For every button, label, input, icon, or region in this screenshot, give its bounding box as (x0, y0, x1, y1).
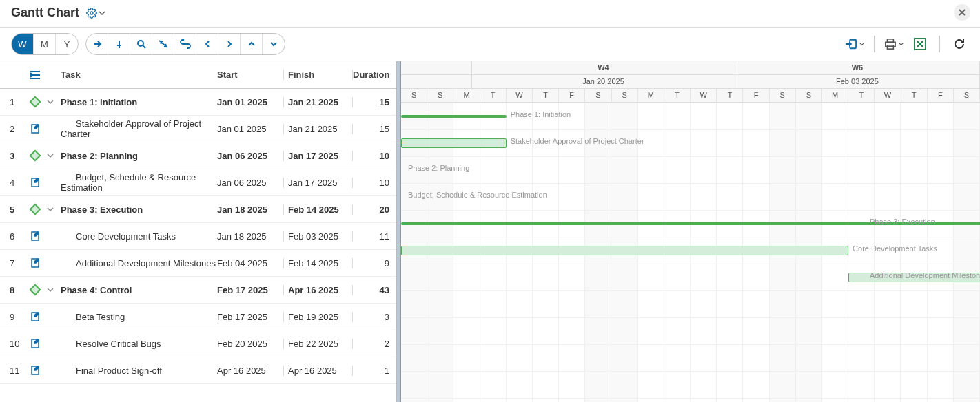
task-row[interactable]: 11Final Product Sign-offApr 16 2025Apr 1… (0, 357, 396, 384)
search-icon (136, 39, 146, 49)
task-finish: Feb 03 2025 (283, 231, 352, 242)
indent-menu-button[interactable] (28, 70, 43, 81)
settings-button[interactable] (86, 8, 105, 19)
gantt-row: Core Development Tasks (401, 237, 980, 264)
svg-point-1 (138, 41, 143, 46)
prev-button[interactable] (196, 34, 218, 54)
day-header: T (533, 89, 559, 102)
close-button[interactable] (954, 4, 970, 21)
collapse-toggle[interactable] (43, 206, 58, 213)
unlink-icon (158, 39, 169, 49)
next-button[interactable] (218, 34, 241, 54)
view-month-button[interactable]: M (34, 34, 56, 54)
task-row[interactable]: 5Phase 3: ExecutionJan 18 2025Feb 14 202… (0, 196, 396, 223)
expand-button[interactable] (263, 34, 285, 54)
page-header: Gantt Chart (0, 0, 980, 28)
task-duration: 2 (352, 339, 396, 349)
gantt-task-bar[interactable] (401, 138, 507, 148)
main-area: Task Start Finish Duration 1Phase 1: Ini… (0, 61, 980, 402)
import-button[interactable] (845, 34, 864, 54)
diamond-icon (30, 204, 41, 215)
task-row[interactable]: 8Phase 4: ControlFeb 17 2025Apr 16 20254… (0, 277, 396, 304)
task-row[interactable]: 3Phase 2: PlanningJan 06 2025Jan 17 2025… (0, 142, 396, 169)
day-header: S (427, 89, 453, 102)
go-to-button[interactable] (86, 34, 108, 54)
close-icon (958, 8, 966, 17)
unlink-button[interactable] (152, 34, 174, 54)
chevron-down-icon (99, 10, 105, 17)
gantt-summary-bar[interactable] (401, 115, 507, 118)
gantt-row: Phase 1: Initiation (401, 103, 980, 130)
col-header-duration[interactable]: Duration (352, 70, 396, 80)
task-finish: Apr 16 2025 (283, 285, 352, 295)
chevron-left-icon (204, 41, 211, 47)
view-week-button[interactable]: W (12, 34, 34, 54)
gantt-row (401, 345, 980, 372)
task-row[interactable]: 6Core Development TasksJan 18 2025Feb 03… (0, 223, 396, 250)
task-start: Jan 18 2025 (217, 204, 283, 215)
task-name: Phase 2: Planning (58, 151, 217, 161)
gantt-pane: W4W6 Jan 20 2025Feb 03 2025 SSMTWTFSSMTW… (401, 61, 980, 402)
day-header: M (822, 89, 848, 102)
import-icon (845, 38, 857, 50)
task-row[interactable]: 10Resolve Critical BugsFeb 20 2025Feb 22… (0, 330, 396, 357)
task-start: Feb 20 2025 (217, 339, 283, 349)
collapse-toggle[interactable] (43, 152, 58, 159)
view-year-button[interactable]: Y (56, 34, 78, 54)
chevron-up-icon (248, 41, 255, 47)
day-header: S (585, 89, 611, 102)
gantt-bar-label: Phase 2: Planning (408, 164, 469, 172)
link-button[interactable] (174, 34, 196, 54)
task-row[interactable]: 2Stakeholder Approval of Project Charter… (0, 116, 396, 142)
task-start: Jan 18 2025 (217, 231, 283, 242)
task-name: Phase 3: Execution (58, 204, 217, 215)
task-finish: Feb 14 2025 (283, 204, 352, 215)
excel-button[interactable] (910, 34, 930, 54)
today-button[interactable] (108, 34, 130, 54)
task-row[interactable]: 9Beta TestingFeb 17 2025Feb 19 20253 (0, 304, 396, 330)
gantt-bar-label: Additional Development Milestones (870, 271, 980, 279)
task-duration: 10 (352, 178, 396, 188)
collapse-button[interactable] (241, 34, 263, 54)
task-duration: 3 (352, 312, 396, 322)
note-icon (28, 231, 43, 242)
grid-body: 1Phase 1: InitiationJan 01 2025Jan 21 20… (0, 89, 396, 384)
gantt-row (401, 372, 980, 399)
day-header: S (401, 89, 427, 102)
row-number: 5 (0, 204, 28, 215)
week-header (401, 61, 472, 74)
task-row[interactable]: 4Budget, Schedule & Resource EstimationJ… (0, 169, 396, 196)
gantt-task-bar[interactable] (401, 246, 848, 255)
task-name: Core Development Tasks (58, 231, 217, 242)
day-header: M (453, 89, 480, 102)
note-icon (28, 123, 43, 134)
chevron-down-icon (899, 41, 904, 47)
search-button[interactable] (130, 34, 152, 54)
task-row[interactable]: 1Phase 1: InitiationJan 01 2025Jan 21 20… (0, 89, 396, 116)
day-header: M (638, 89, 664, 102)
divider (939, 36, 940, 52)
divider (874, 36, 875, 52)
diamond-icon (30, 284, 41, 296)
refresh-icon (953, 38, 966, 50)
gantt-row: Phase 2: Planning (401, 157, 980, 184)
day-header: W (507, 89, 533, 102)
task-grid: Task Start Finish Duration 1Phase 1: Ini… (0, 61, 397, 402)
diamond-icon (30, 150, 41, 162)
print-button[interactable] (884, 34, 904, 54)
gantt-row (401, 318, 980, 345)
page-title: Gantt Chart (11, 6, 79, 20)
task-row[interactable]: 7Additional Development MilestonesFeb 04… (0, 250, 396, 277)
row-number: 8 (0, 285, 28, 295)
row-number: 11 (0, 366, 28, 376)
print-icon (884, 38, 897, 50)
col-header-start[interactable]: Start (217, 70, 283, 80)
note-icon (28, 311, 43, 322)
gantt-body[interactable]: Phase 1: InitiationStakeholder Approval … (401, 103, 980, 402)
refresh-button[interactable] (950, 34, 969, 54)
collapse-toggle[interactable] (43, 98, 58, 105)
collapse-toggle[interactable] (43, 286, 58, 293)
day-header: T (480, 89, 507, 102)
col-header-finish[interactable]: Finish (283, 70, 352, 80)
col-header-task[interactable]: Task (58, 70, 217, 80)
